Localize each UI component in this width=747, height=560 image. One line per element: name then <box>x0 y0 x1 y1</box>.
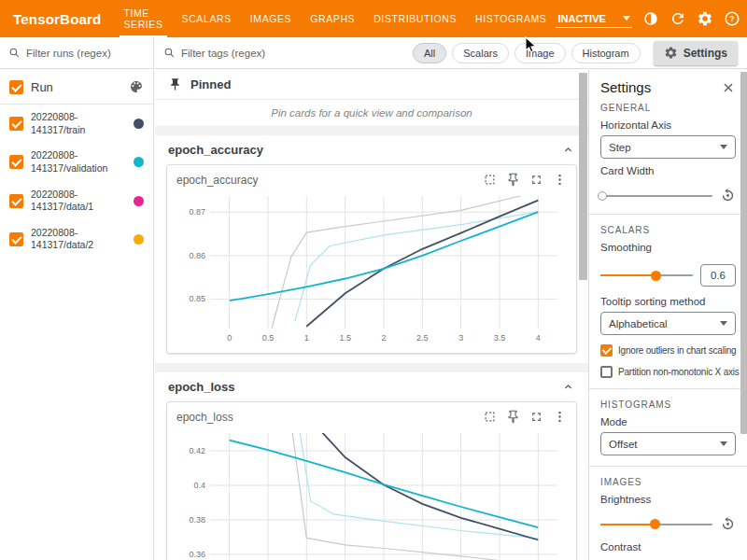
svg-text:2.5: 2.5 <box>416 333 429 343</box>
tag-filter-chips: All Scalars Image Histogram <box>413 43 641 63</box>
section-epoch-accuracy: epoch_accuracy epoch_accuracy <box>155 135 588 363</box>
run-checkbox[interactable] <box>9 232 23 246</box>
tooltip-sorting-value: Alphabetical <box>609 318 668 329</box>
horizontal-axis-value: Step <box>609 142 631 153</box>
divider <box>589 388 747 389</box>
brightness-slider[interactable] <box>600 524 712 525</box>
kebab-menu-icon[interactable] <box>553 173 567 187</box>
general-section-label: GENERAL <box>600 103 736 113</box>
run-color-dot <box>134 234 144 245</box>
slider-thumb[interactable] <box>651 271 661 281</box>
run-checkbox[interactable] <box>9 155 23 169</box>
chevron-up-icon[interactable] <box>561 380 575 394</box>
reload-icon[interactable] <box>669 10 686 27</box>
tooltip-sorting-select[interactable]: Alphabetical <box>600 312 736 335</box>
tab-graphs[interactable]: GRAPHS <box>301 0 364 37</box>
help-icon[interactable]: ? <box>724 10 740 27</box>
chip-image[interactable]: Image <box>514 43 566 63</box>
run-row-data-1[interactable]: 20220808-141317/data/1 <box>0 182 153 220</box>
horizontal-axis-label: Horizontal Axis <box>600 119 736 131</box>
runs-header-row: Run <box>0 70 153 105</box>
svg-text:0.86: 0.86 <box>189 251 205 260</box>
tab-scalars[interactable]: SCALARS <box>173 0 241 37</box>
section-title: epoch_loss <box>168 380 235 394</box>
card-width-slider[interactable] <box>600 195 712 197</box>
tab-images[interactable]: IMAGES <box>241 0 301 37</box>
histogram-mode-select[interactable]: Offset <box>600 432 736 455</box>
epoch-accuracy-chart[interactable]: 00.511.522.533.540.850.860.87 <box>173 190 571 347</box>
pin-outline-icon[interactable] <box>506 410 520 424</box>
chevron-down-icon <box>720 145 727 149</box>
pin-icon <box>168 77 182 91</box>
chip-scalars[interactable]: Scalars <box>452 43 509 63</box>
svg-text:1: 1 <box>304 333 309 343</box>
gear-icon <box>664 46 678 60</box>
chip-all[interactable]: All <box>413 43 446 63</box>
contrast-label: Contrast <box>600 541 736 553</box>
run-color-dot <box>134 196 144 206</box>
tab-time-series[interactable]: TIME SERIES <box>114 0 172 37</box>
cards-area: Pinned Pin cards for a quick view and co… <box>155 70 588 560</box>
run-label: 20220808-141317/train <box>31 111 120 136</box>
pin-outline-icon[interactable] <box>506 173 520 187</box>
fit-domain-icon[interactable] <box>483 173 497 187</box>
card-width-label: Card Width <box>600 165 736 176</box>
reset-icon[interactable] <box>720 516 736 532</box>
run-row-train[interactable]: 20220808-141317/train <box>0 105 153 143</box>
images-section-label: IMAGES <box>600 477 736 487</box>
svg-text:3.5: 3.5 <box>494 333 506 343</box>
epoch-loss-chart[interactable]: 00.511.522.533.540.420.40.380.36 <box>173 427 571 560</box>
slider-thumb[interactable] <box>598 191 607 201</box>
filter-runs-input[interactable] <box>26 48 145 59</box>
panel-scrollbar-thumb[interactable] <box>740 72 747 434</box>
svg-text:2: 2 <box>381 333 386 343</box>
gear-icon[interactable] <box>697 10 713 27</box>
app-header: TensorBoard TIME SERIES SCALARS IMAGES G… <box>0 0 747 37</box>
run-checkbox[interactable] <box>9 117 23 131</box>
run-label: 20220808-141317/data/1 <box>31 189 120 214</box>
kebab-menu-icon[interactable] <box>553 410 567 424</box>
svg-text:0.87: 0.87 <box>189 207 205 217</box>
ignore-outliers-checkbox[interactable] <box>600 344 613 357</box>
header-actions: INACTIVE ? <box>556 10 747 28</box>
theme-toggle-icon[interactable] <box>642 10 659 27</box>
histograms-section-label: HISTOGRAMS <box>600 399 736 410</box>
palette-icon[interactable] <box>129 79 144 94</box>
histogram-mode-label: Mode <box>600 416 736 427</box>
tab-histograms[interactable]: HISTOGRAMS <box>466 0 556 37</box>
chip-histogram[interactable]: Histogram <box>571 43 641 63</box>
tab-distributions[interactable]: DISTRIBUTIONS <box>364 0 466 37</box>
svg-text:?: ? <box>730 15 735 23</box>
fullscreen-icon[interactable] <box>529 173 543 187</box>
svg-text:4: 4 <box>536 333 541 343</box>
run-row-data-2[interactable]: 20220808-141317/data/2 <box>0 220 153 259</box>
status-dropdown[interactable]: INACTIVE <box>556 10 632 28</box>
runs-header-label: Run <box>31 80 121 94</box>
filter-tags-input[interactable] <box>181 48 403 59</box>
main-scrollbar-thumb[interactable] <box>579 73 587 280</box>
reset-icon[interactable] <box>720 188 736 203</box>
select-all-runs-checkbox[interactable] <box>9 80 23 94</box>
slider-thumb[interactable] <box>650 519 660 529</box>
smoothing-slider[interactable] <box>600 274 693 276</box>
fullscreen-icon[interactable] <box>529 410 543 424</box>
run-row-validation[interactable]: 20220808-141317/validation <box>0 143 153 181</box>
filter-runs-box <box>0 37 154 68</box>
run-checkbox[interactable] <box>9 194 23 208</box>
settings-panel-title: Settings <box>600 79 651 95</box>
fit-domain-icon[interactable] <box>483 410 497 424</box>
horizontal-axis-select[interactable]: Step <box>600 135 736 159</box>
partition-x-axis-checkbox[interactable] <box>600 366 613 378</box>
run-label: 20220808-141317/validation <box>31 149 120 175</box>
settings-button[interactable]: Settings <box>654 41 738 65</box>
smoothing-value-input[interactable]: 0.6 <box>700 264 736 287</box>
search-icon <box>163 47 176 59</box>
close-icon[interactable] <box>721 80 736 95</box>
ignore-outliers-label: Ignore outliers in chart scaling <box>618 345 736 356</box>
svg-text:0.42: 0.42 <box>189 446 205 455</box>
brightness-label: Brightness <box>600 494 736 505</box>
chevron-up-icon[interactable] <box>561 143 575 157</box>
settings-button-label: Settings <box>684 47 727 60</box>
chevron-down-icon <box>623 16 630 21</box>
section-title: epoch_accuracy <box>168 143 263 157</box>
